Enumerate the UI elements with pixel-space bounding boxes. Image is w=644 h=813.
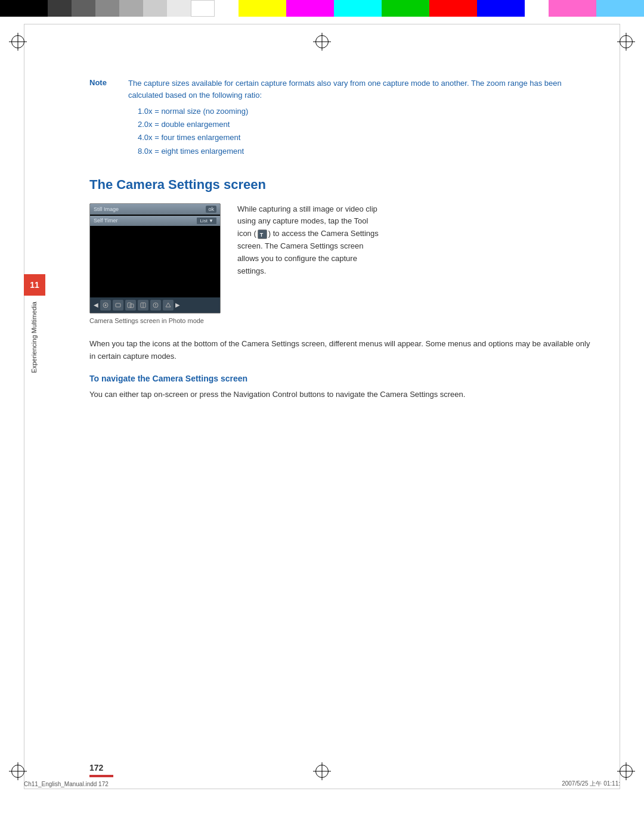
toolbar-btn-2[interactable] — [113, 300, 123, 311]
reg-mark-bottom-right — [617, 762, 635, 780]
toolbar-btn-5[interactable] — [150, 300, 161, 311]
camera-desc-line7: settings. — [237, 266, 266, 275]
page-number-bar — [89, 775, 113, 777]
chapter-title: Experiencing Multimedia — [30, 302, 38, 373]
note-label: Note — [89, 77, 128, 158]
chapter-number: 11 — [24, 274, 45, 296]
camera-desc-line5: screen. The Camera Settings screen — [237, 241, 363, 250]
sub-heading: To navigate the Camera Settings screen — [89, 374, 590, 383]
camera-list-button[interactable]: List ▼ — [197, 218, 216, 224]
note-body: The capture sizes available for certain … — [128, 77, 590, 158]
toolbar-right-arrow[interactable]: ▶ — [175, 302, 180, 308]
svg-marker-10 — [166, 303, 171, 307]
toolbar-btn-3[interactable] — [125, 300, 136, 311]
reg-mark-bottom-left — [9, 762, 27, 780]
camera-input-row: Self Timer List ▼ — [90, 216, 220, 226]
sub-paragraph: You can either tap on-screen or press th… — [89, 388, 590, 401]
note-list-item-3: 4.0x = four times enlargement — [138, 131, 590, 144]
camera-titlebar-left-text: Still Image — [94, 206, 119, 212]
camera-desc-line2: using any capture modes, tap the Tool — [237, 216, 368, 225]
svg-rect-3 — [128, 303, 131, 308]
camera-desc-line1: While capturing a still image or video c… — [237, 204, 377, 213]
camera-desc-line3: icon ( — [237, 229, 256, 238]
reg-mark-top-center — [313, 33, 331, 51]
reg-mark-bottom-center — [313, 762, 331, 780]
camera-caption: Camera Settings screen in Photo mode — [89, 317, 221, 324]
svg-rect-2 — [116, 303, 120, 307]
note-text: The capture sizes available for certain … — [128, 77, 590, 101]
footer-left-text: Ch11_English_Manual.indd 172 — [24, 781, 109, 787]
section-heading: The Camera Settings screen — [89, 177, 590, 193]
svg-point-1 — [105, 304, 107, 306]
toolbar-btn-4[interactable] — [138, 300, 148, 311]
note-list-item-4: 8.0x = eight times enlargement — [138, 145, 590, 158]
page-number-area: 172 — [89, 763, 113, 777]
camera-desc-line4: ) to access the Camera Settings — [268, 229, 379, 238]
footer-bar: Ch11_English_Manual.indd 172 2007/5/25 上… — [24, 780, 620, 788]
camera-screenshot: Still Image ok Self Timer List ▼ ◀ — [89, 203, 221, 324]
reg-mark-top-right — [617, 33, 635, 51]
note-list-item-2: 2.0x = double enlargement — [138, 118, 590, 131]
camera-desc: While capturing a still image or video c… — [237, 203, 379, 324]
toolbar-btn-1[interactable] — [100, 300, 111, 311]
camera-ok-button[interactable]: ok — [206, 206, 216, 213]
reg-mark-top-left — [9, 33, 27, 51]
page-number: 172 — [89, 763, 103, 772]
camera-input-text: Self Timer — [94, 218, 118, 224]
footer-right-text: 2007/5/25 上午 01:11: — [562, 780, 620, 788]
body-paragraph: When you tap the icons at the bottom of … — [89, 337, 590, 363]
note-list-item-1: 1.0x = normal size (no zooming) — [138, 105, 590, 118]
camera-display-area — [90, 226, 220, 297]
note-list: 1.0x = normal size (no zooming) 2.0x = d… — [138, 105, 590, 157]
camera-desc-line6: allows you to configure the capture — [237, 254, 357, 263]
camera-screen: Still Image ok Self Timer List ▼ ◀ — [89, 203, 221, 314]
color-bar — [0, 0, 644, 17]
main-content: Note The capture sizes available for cer… — [89, 77, 590, 411]
camera-block: Still Image ok Self Timer List ▼ ◀ — [89, 203, 590, 324]
note-section: Note The capture sizes available for cer… — [89, 77, 590, 158]
camera-titlebar: Still Image ok — [90, 204, 220, 215]
camera-toolbar: ◀ — [90, 297, 220, 313]
chapter-tab: 11 Experiencing Multimedia — [24, 274, 45, 373]
toolbar-left-arrow[interactable]: ◀ — [94, 302, 98, 308]
toolbar-btn-6[interactable] — [163, 300, 174, 311]
svg-rect-4 — [130, 304, 134, 308]
tool-icon — [258, 229, 267, 239]
